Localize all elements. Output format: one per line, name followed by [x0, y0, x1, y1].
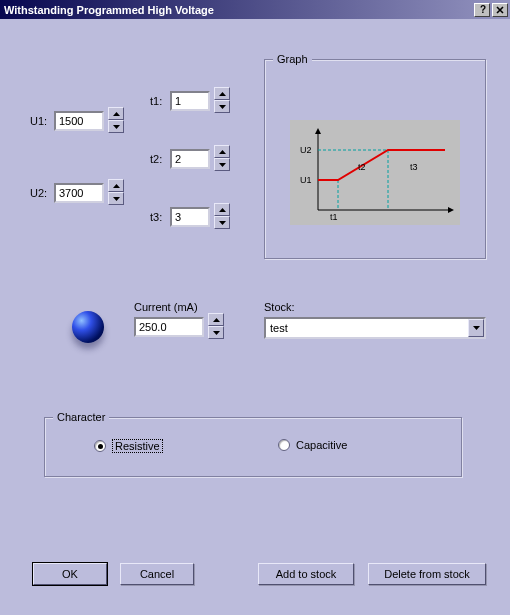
- ok-button[interactable]: OK: [33, 563, 107, 585]
- t1-label: t1:: [150, 95, 162, 107]
- graph-svg: U2 U1 t1 t2 t3: [290, 120, 460, 225]
- t3-spin-up[interactable]: [214, 203, 230, 216]
- graph-title: Graph: [273, 53, 312, 65]
- t2-spinner[interactable]: [214, 145, 230, 171]
- graph-t1-label: t1: [330, 212, 338, 222]
- u1-spin-down[interactable]: [108, 120, 124, 133]
- dialog-content: U1: 1500 U2: 3700 t1: 1 t2: 2 t3: 3 Grap…: [0, 19, 510, 615]
- current-spinner[interactable]: [208, 313, 224, 339]
- radio-capacitive-dot: [278, 439, 290, 451]
- radio-resistive-label: Resistive: [112, 439, 163, 453]
- window-title: Withstanding Programmed High Voltage: [4, 4, 472, 16]
- stock-value: test: [270, 322, 288, 334]
- t2-spin-down[interactable]: [214, 158, 230, 171]
- u2-input[interactable]: 3700: [54, 183, 104, 203]
- graph-group: Graph U2 U1 t1 t2 t3: [264, 59, 486, 259]
- stock-combo[interactable]: test: [264, 317, 486, 339]
- t1-value: 1: [175, 95, 181, 107]
- ball-icon: [72, 311, 104, 343]
- character-title: Character: [53, 411, 109, 423]
- u2-spinner[interactable]: [108, 179, 124, 205]
- t3-value: 3: [175, 211, 181, 223]
- t3-label: t3:: [150, 211, 162, 223]
- radio-resistive-dot: [94, 440, 106, 452]
- u2-value: 3700: [59, 187, 83, 199]
- t1-spin-down[interactable]: [214, 100, 230, 113]
- t1-input[interactable]: 1: [170, 91, 210, 111]
- u2-spin-up[interactable]: [108, 179, 124, 192]
- close-button[interactable]: [492, 3, 508, 17]
- u1-input[interactable]: 1500: [54, 111, 104, 131]
- stock-dropdown-button[interactable]: [468, 319, 484, 337]
- u2-spin-down[interactable]: [108, 192, 124, 205]
- current-spin-down[interactable]: [208, 326, 224, 339]
- t3-spin-down[interactable]: [214, 216, 230, 229]
- current-value: 250.0: [139, 321, 167, 333]
- cancel-button[interactable]: Cancel: [120, 563, 194, 585]
- graph-u1-label: U1: [300, 175, 312, 185]
- current-label: Current (mA): [134, 301, 198, 313]
- title-bar: Withstanding Programmed High Voltage ?: [0, 0, 510, 19]
- radio-resistive[interactable]: Resistive: [94, 439, 163, 453]
- t2-spin-up[interactable]: [214, 145, 230, 158]
- t1-spinner[interactable]: [214, 87, 230, 113]
- t1-spin-up[interactable]: [214, 87, 230, 100]
- t3-input[interactable]: 3: [170, 207, 210, 227]
- current-spin-up[interactable]: [208, 313, 224, 326]
- help-button[interactable]: ?: [474, 3, 490, 17]
- t2-label: t2:: [150, 153, 162, 165]
- u1-value: 1500: [59, 115, 83, 127]
- u2-label: U2:: [30, 187, 47, 199]
- stock-label: Stock:: [264, 301, 295, 313]
- t2-input[interactable]: 2: [170, 149, 210, 169]
- delete-from-stock-button[interactable]: Delete from stock: [368, 563, 486, 585]
- u1-spinner[interactable]: [108, 107, 124, 133]
- u1-label: U1:: [30, 115, 47, 127]
- add-to-stock-button[interactable]: Add to stock: [258, 563, 354, 585]
- radio-capacitive[interactable]: Capacitive: [278, 439, 347, 451]
- radio-capacitive-label: Capacitive: [296, 439, 347, 451]
- u1-spin-up[interactable]: [108, 107, 124, 120]
- t3-spinner[interactable]: [214, 203, 230, 229]
- graph-t3-label: t3: [410, 162, 418, 172]
- graph-u2-label: U2: [300, 145, 312, 155]
- current-input[interactable]: 250.0: [134, 317, 204, 337]
- graph-t2-label: t2: [358, 162, 366, 172]
- graph-area: U2 U1 t1 t2 t3: [290, 120, 460, 225]
- svg-text:?: ?: [480, 5, 486, 14]
- t2-value: 2: [175, 153, 181, 165]
